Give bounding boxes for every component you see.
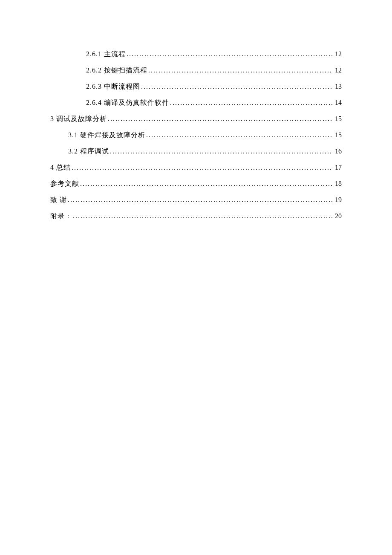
- toc-label: 附录：: [50, 211, 72, 221]
- toc-leader-dots: [140, 81, 332, 92]
- toc-leader-dots: [169, 98, 332, 108]
- toc-leader-dots: [79, 179, 332, 189]
- toc-page-number: 15: [332, 114, 342, 124]
- toc-label: 2.6.4 编译及仿真软件软件: [86, 98, 169, 108]
- toc-leader-dots: [147, 65, 332, 75]
- toc-page-number: 17: [332, 162, 342, 173]
- toc-label: 2.6.2 按键扫描流程: [86, 65, 147, 75]
- toc-page-number: 19: [332, 195, 342, 205]
- toc-label: 3.2 程序调试: [68, 146, 109, 156]
- toc-leader-dots: [126, 49, 332, 59]
- toc-label: 3.1 硬件焊接及故障分析: [68, 130, 145, 140]
- toc-page-number: 18: [332, 179, 342, 189]
- toc-leader-dots: [145, 130, 332, 140]
- toc-label: 2.6.3 中断流程图: [86, 81, 140, 92]
- toc-label: 参考文献: [50, 179, 79, 189]
- toc-entry: 致 谢 19: [50, 195, 342, 205]
- toc-page-number: 13: [332, 81, 342, 92]
- toc-leader-dots: [72, 211, 332, 221]
- toc-entry: 2.6.3 中断流程图 13: [50, 81, 342, 92]
- toc-entry: 3.2 程序调试 16: [50, 146, 342, 156]
- toc-entry: 2.6.1 主流程 12: [50, 49, 342, 59]
- toc-entry: 附录： 20: [50, 211, 342, 221]
- toc-entry: 参考文献 18: [50, 179, 342, 189]
- toc-page-number: 14: [332, 98, 342, 108]
- toc-entry: 3.1 硬件焊接及故障分析 15: [50, 130, 342, 140]
- toc-entry: 2.6.2 按键扫描流程 12: [50, 65, 342, 75]
- toc-leader-dots: [107, 114, 332, 124]
- toc-page-number: 16: [332, 146, 342, 156]
- toc-label: 3 调试及故障分析: [50, 114, 107, 124]
- toc-page-number: 20: [332, 211, 342, 221]
- toc-label: 致 谢: [50, 195, 67, 205]
- toc-label: 4 总结: [50, 162, 71, 173]
- toc-page-number: 12: [332, 65, 342, 75]
- toc-leader-dots: [71, 162, 332, 173]
- toc-page-number: 15: [332, 130, 342, 140]
- toc-leader-dots: [67, 195, 332, 205]
- toc-entry: 4 总结 17: [50, 162, 342, 173]
- toc-label: 2.6.1 主流程: [86, 49, 126, 59]
- toc-leader-dots: [109, 146, 332, 156]
- table-of-contents: 2.6.1 主流程 12 2.6.2 按键扫描流程 12 2.6.3 中断流程图…: [50, 49, 342, 221]
- toc-entry: 3 调试及故障分析 15: [50, 114, 342, 124]
- toc-entry: 2.6.4 编译及仿真软件软件 14: [50, 98, 342, 108]
- toc-page-number: 12: [332, 49, 342, 59]
